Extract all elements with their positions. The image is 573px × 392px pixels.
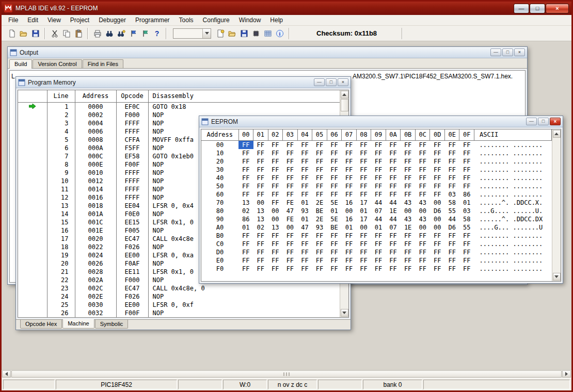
eeprom-byte-cell[interactable]: FF bbox=[356, 149, 371, 157]
eeprom-byte-cell[interactable]: 00 bbox=[253, 199, 268, 207]
pm-gutter-cell[interactable] bbox=[18, 202, 47, 210]
menu-item-tools[interactable]: Tools bbox=[174, 15, 198, 25]
pm-cell-opc[interactable]: EE04 bbox=[116, 202, 148, 210]
eeprom-byte-cell[interactable]: FF bbox=[415, 141, 430, 150]
pm-gutter-cell[interactable] bbox=[18, 119, 47, 127]
eeprom-byte-cell[interactable]: FF bbox=[238, 265, 253, 273]
eeprom-byte-cell[interactable]: FF bbox=[327, 190, 342, 199]
scroll-down-button[interactable] bbox=[341, 309, 348, 317]
eeprom-byte-cell[interactable]: FF bbox=[356, 141, 371, 150]
eeprom-byte-cell[interactable]: FF bbox=[444, 174, 459, 182]
eeprom-byte-cell[interactable]: FF bbox=[444, 182, 459, 190]
output-titlebar[interactable]: Output — □ × bbox=[8, 47, 527, 58]
eeprom-byte-cell[interactable]: FF bbox=[327, 248, 342, 256]
eeprom-byte-cell[interactable]: FF bbox=[297, 265, 312, 273]
eeprom-byte-cell[interactable]: FF bbox=[415, 190, 430, 199]
eeprom-byte-cell[interactable]: FF bbox=[444, 248, 459, 256]
pm-cell-addr[interactable]: 0030 bbox=[75, 301, 116, 309]
eeprom-byte-cell[interactable]: FF bbox=[371, 149, 386, 157]
eeprom-byte-cell[interactable]: 17 bbox=[356, 215, 371, 223]
eeprom-byte-cell[interactable]: FF bbox=[238, 166, 253, 174]
eeprom-byte-cell[interactable]: FF bbox=[356, 174, 371, 182]
pm-gutter-cell[interactable] bbox=[18, 152, 47, 160]
eeprom-byte-cell[interactable]: 58 bbox=[459, 215, 474, 223]
eeprom-byte-cell[interactable]: FF bbox=[253, 265, 268, 273]
pm-cell-line[interactable]: 21 bbox=[47, 268, 75, 276]
pm-cell-opc[interactable]: EE15 bbox=[116, 218, 148, 226]
eeprom-byte-cell[interactable]: 01 bbox=[371, 223, 386, 232]
eeprom-byte-cell[interactable]: FF bbox=[283, 256, 298, 265]
eeprom-byte-cell[interactable]: FF bbox=[430, 174, 445, 182]
eeprom-byte-cell[interactable]: 16 bbox=[342, 199, 357, 207]
notes-button[interactable] bbox=[139, 27, 151, 39]
menu-item-window[interactable]: Window bbox=[234, 15, 266, 25]
pm-gutter-cell[interactable] bbox=[18, 169, 47, 177]
eeprom-byte-cell[interactable]: FF bbox=[238, 157, 253, 166]
menu-item-view[interactable]: View bbox=[43, 15, 66, 25]
pm-cell-line[interactable]: 23 bbox=[47, 284, 75, 292]
menu-item-programmer[interactable]: Programmer bbox=[131, 15, 174, 25]
pm-gutter-cell[interactable] bbox=[18, 276, 47, 284]
eeprom-byte-cell[interactable]: FF bbox=[283, 174, 298, 182]
eeprom-byte-cell[interactable]: FF bbox=[459, 157, 474, 166]
eeprom-byte-cell[interactable]: 13 bbox=[253, 207, 268, 215]
find-next-button[interactable] bbox=[115, 27, 127, 39]
eeprom-byte-cell[interactable]: FF bbox=[268, 232, 283, 240]
scroll-right-button[interactable] bbox=[562, 370, 571, 378]
pm-cell-addr[interactable]: 0020 bbox=[75, 235, 116, 243]
new-project-button[interactable] bbox=[214, 27, 226, 39]
pm-cell-opc[interactable]: EF0C bbox=[116, 103, 148, 111]
eeprom-byte-cell[interactable]: FF bbox=[253, 190, 268, 199]
eeprom-byte-cell[interactable]: 00 bbox=[342, 207, 357, 215]
pm-gutter-cell[interactable] bbox=[18, 251, 47, 259]
eeprom-byte-cell[interactable]: FF bbox=[401, 157, 416, 166]
eeprom-byte-cell[interactable]: FF bbox=[444, 141, 459, 150]
pm-gutter-cell[interactable] bbox=[18, 268, 47, 276]
pm-gutter-cell[interactable] bbox=[18, 136, 47, 144]
pm-gutter-cell[interactable] bbox=[18, 301, 47, 309]
pm-tab-opcode-hex[interactable]: Opcode Hex bbox=[20, 320, 62, 329]
find-button[interactable] bbox=[103, 27, 115, 39]
eeprom-byte-cell[interactable]: FF bbox=[356, 240, 371, 248]
pm-cell-opc[interactable]: FFFF bbox=[116, 185, 148, 193]
eeprom-titlebar[interactable]: EEPROM — □ × bbox=[199, 116, 563, 127]
eeprom-byte-cell[interactable]: FF bbox=[386, 232, 401, 240]
pm-cell-addr[interactable]: 0004 bbox=[75, 119, 116, 127]
eeprom-byte-cell[interactable]: FF bbox=[371, 190, 386, 199]
pm-cell-dis[interactable]: LFSR 0, 0xf bbox=[148, 301, 340, 309]
eeprom-byte-cell[interactable]: 43 bbox=[401, 215, 416, 223]
eeprom-byte-cell[interactable]: FF bbox=[386, 240, 401, 248]
eeprom-byte-cell[interactable]: FF bbox=[415, 166, 430, 174]
eeprom-byte-cell[interactable]: 47 bbox=[283, 207, 298, 215]
eeprom-byte-cell[interactable]: FF bbox=[253, 232, 268, 240]
pm-cell-line[interactable]: 18 bbox=[47, 243, 75, 251]
eeprom-byte-cell[interactable]: FF bbox=[342, 256, 357, 265]
eeprom-byte-cell[interactable]: FF bbox=[283, 240, 298, 248]
pm-cell-opc[interactable]: EC47 bbox=[116, 284, 148, 292]
pm-cell-dis[interactable]: NOP bbox=[148, 309, 340, 317]
eeprom-byte-cell[interactable]: 44 bbox=[371, 215, 386, 223]
eeprom-byte-cell[interactable]: FF bbox=[386, 157, 401, 166]
eeprom-byte-cell[interactable]: FF bbox=[356, 182, 371, 190]
eeprom-byte-cell[interactable]: FF bbox=[371, 232, 386, 240]
eeprom-byte-cell[interactable]: FF bbox=[459, 248, 474, 256]
eeprom-byte-cell[interactable]: FF bbox=[415, 256, 430, 265]
pm-cell-opc[interactable]: F000 bbox=[116, 276, 148, 284]
pm-cell-addr[interactable]: 0006 bbox=[75, 127, 116, 136]
eeprom-byte-cell[interactable]: FF bbox=[386, 141, 401, 150]
program-memory-titlebar[interactable]: Program Memory — □ × bbox=[16, 77, 351, 88]
pm-cell-addr[interactable]: 0008 bbox=[75, 136, 116, 144]
eeprom-byte-cell[interactable]: FF bbox=[238, 248, 253, 256]
eeprom-byte-cell[interactable]: FF bbox=[312, 265, 327, 273]
pm-cell-line[interactable]: 22 bbox=[47, 276, 75, 284]
eeprom-byte-cell[interactable]: FF bbox=[444, 166, 459, 174]
pm-maximize-button[interactable]: □ bbox=[326, 78, 337, 86]
eeprom-byte-cell[interactable]: FF bbox=[430, 141, 445, 150]
eeprom-byte-cell[interactable]: FF bbox=[268, 265, 283, 273]
eeprom-byte-cell[interactable]: 02 bbox=[253, 223, 268, 232]
eeprom-byte-cell[interactable]: FF bbox=[459, 149, 474, 157]
pm-cell-line[interactable]: 20 bbox=[47, 259, 75, 268]
eeprom-byte-cell[interactable]: FF bbox=[371, 141, 386, 150]
eeprom-byte-cell[interactable]: 43 bbox=[401, 199, 416, 207]
pm-cell-line[interactable]: 2 bbox=[47, 111, 75, 119]
